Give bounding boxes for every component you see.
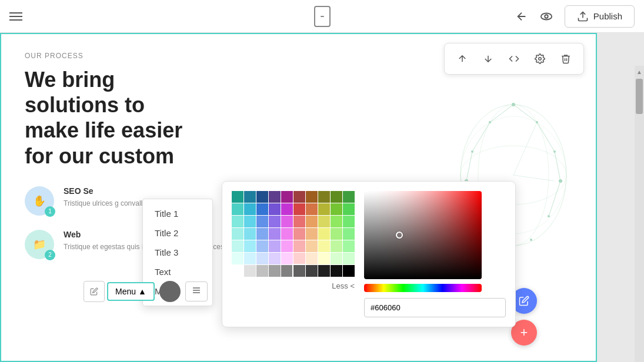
swatch-68[interactable]	[331, 265, 342, 277]
pencil-edit-btn[interactable]	[84, 281, 105, 302]
swatch-63[interactable]	[269, 265, 281, 277]
align-btn[interactable]	[185, 281, 208, 301]
preview-button[interactable]	[540, 10, 553, 23]
swatch-30[interactable]	[232, 228, 243, 240]
swatch-19[interactable]	[343, 203, 355, 215]
context-menu-item-title3[interactable]: Title 3	[143, 243, 212, 262]
swatch-14[interactable]	[281, 203, 293, 215]
swatch-7[interactable]	[318, 191, 330, 203]
swatch-69[interactable]	[343, 265, 355, 277]
swatch-52[interactable]	[256, 253, 268, 264]
swatch-18[interactable]	[331, 203, 342, 215]
swatch-50[interactable]	[232, 253, 243, 264]
color-circle-btn[interactable]	[159, 281, 181, 302]
less-button[interactable]: Less <	[232, 281, 355, 290]
swatch-53[interactable]	[269, 253, 281, 264]
swatch-13[interactable]	[269, 203, 281, 215]
swatch-55[interactable]	[293, 253, 305, 264]
swatch-44[interactable]	[281, 240, 293, 252]
context-menu-item-title2[interactable]: Title 2	[143, 223, 212, 243]
swatch-20[interactable]	[232, 216, 243, 227]
swatch-28[interactable]	[331, 216, 342, 227]
swatch-45[interactable]	[293, 240, 305, 252]
swatch-3[interactable]	[269, 191, 281, 203]
color-picker-popup: Less <	[222, 181, 516, 327]
swatch-49[interactable]	[343, 240, 355, 252]
swatch-0[interactable]	[232, 191, 243, 203]
swatch-38[interactable]	[331, 228, 342, 240]
hue-slider[interactable]	[364, 284, 482, 292]
code-btn[interactable]	[503, 48, 525, 69]
swatch-57[interactable]	[318, 253, 330, 264]
mobile-preview-icon[interactable]	[314, 6, 331, 27]
swatch-26[interactable]	[306, 216, 318, 227]
swatch-65[interactable]	[293, 265, 305, 277]
hex-input[interactable]	[364, 298, 506, 317]
swatch-46[interactable]	[306, 240, 318, 252]
swatch-62[interactable]	[256, 265, 268, 277]
swatch-11[interactable]	[244, 203, 256, 215]
swatch-48[interactable]	[331, 240, 342, 252]
swatch-34[interactable]	[281, 228, 293, 240]
scrollbar[interactable]: ▲ ▼	[635, 66, 644, 362]
swatch-8[interactable]	[331, 191, 342, 203]
swatch-29[interactable]	[343, 216, 355, 227]
swatch-66[interactable]	[306, 265, 318, 277]
gradient-thumb[interactable]	[396, 232, 403, 239]
swatch-6[interactable]	[306, 191, 318, 203]
swatch-10[interactable]	[232, 203, 243, 215]
swatch-31[interactable]	[244, 228, 256, 240]
swatch-22[interactable]	[256, 216, 268, 227]
move-down-btn[interactable]	[478, 48, 499, 69]
delete-btn[interactable]	[555, 48, 576, 69]
swatch-12[interactable]	[256, 203, 268, 215]
context-menu-item-title1[interactable]: Title 1	[143, 204, 212, 223]
swatch-41[interactable]	[244, 240, 256, 252]
swatch-47[interactable]	[318, 240, 330, 252]
fab-add-icon: +	[520, 325, 528, 340]
swatch-51[interactable]	[244, 253, 256, 264]
swatch-15[interactable]	[293, 203, 305, 215]
context-menu-item-text[interactable]: Text	[143, 262, 212, 281]
swatch-16[interactable]	[306, 203, 318, 215]
move-up-btn[interactable]	[452, 48, 473, 69]
swatch-23[interactable]	[269, 216, 281, 227]
swatch-25[interactable]	[293, 216, 305, 227]
publish-button[interactable]: Publish	[565, 5, 635, 28]
top-bar: Publish	[0, 0, 644, 33]
swatch-42[interactable]	[256, 240, 268, 252]
swatch-61[interactable]	[244, 265, 256, 277]
top-bar-left	[9, 12, 22, 21]
swatch-17[interactable]	[318, 203, 330, 215]
swatch-36[interactable]	[306, 228, 318, 240]
swatch-4[interactable]	[281, 191, 293, 203]
scroll-up-arrow[interactable]: ▲	[635, 66, 644, 78]
swatch-60[interactable]	[232, 265, 243, 277]
swatch-5[interactable]	[293, 191, 305, 203]
swatch-37[interactable]	[318, 228, 330, 240]
swatch-2[interactable]	[256, 191, 268, 203]
gradient-canvas[interactable]	[364, 191, 482, 279]
swatch-9[interactable]	[343, 191, 355, 203]
swatch-32[interactable]	[256, 228, 268, 240]
settings-btn[interactable]	[529, 48, 550, 69]
swatch-43[interactable]	[269, 240, 281, 252]
back-button[interactable]	[515, 10, 528, 23]
swatch-21[interactable]	[244, 216, 256, 227]
scroll-thumb[interactable]	[636, 79, 643, 114]
swatch-58[interactable]	[331, 253, 342, 264]
swatch-24[interactable]	[281, 216, 293, 227]
swatch-56[interactable]	[306, 253, 318, 264]
swatch-39[interactable]	[343, 228, 355, 240]
menu-dropdown-btn[interactable]: Menu ▲	[107, 282, 155, 301]
swatch-1[interactable]	[244, 191, 256, 203]
hamburger-menu[interactable]	[9, 12, 22, 21]
swatch-54[interactable]	[281, 253, 293, 264]
swatch-64[interactable]	[281, 265, 293, 277]
swatch-27[interactable]	[318, 216, 330, 227]
swatch-59[interactable]	[343, 253, 355, 264]
swatch-35[interactable]	[293, 228, 305, 240]
swatch-33[interactable]	[269, 228, 281, 240]
swatch-67[interactable]	[318, 265, 330, 277]
swatch-40[interactable]	[232, 240, 243, 252]
